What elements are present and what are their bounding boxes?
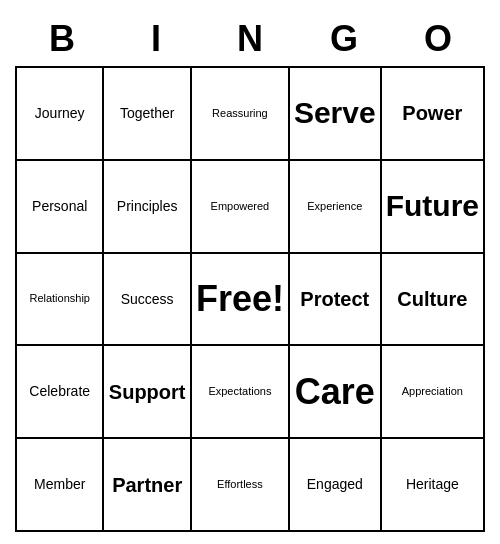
header-letter: O: [391, 12, 485, 66]
bingo-cell: Engaged: [290, 439, 382, 532]
bingo-cell: Success: [104, 254, 191, 347]
bingo-cell: Personal: [17, 161, 104, 254]
cell-text: Together: [120, 105, 174, 122]
bingo-cell: Principles: [104, 161, 191, 254]
cell-text: Principles: [117, 198, 178, 215]
cell-text: Experience: [307, 200, 362, 213]
cell-text: Relationship: [29, 292, 90, 305]
bingo-cell: Partner: [104, 439, 191, 532]
bingo-cell: Experience: [290, 161, 382, 254]
cell-text: Appreciation: [402, 385, 463, 398]
cell-text: Celebrate: [29, 383, 90, 400]
cell-text: Care: [295, 370, 375, 413]
header-letter: G: [297, 12, 391, 66]
header-letter: N: [203, 12, 297, 66]
cell-text: Culture: [397, 287, 467, 311]
cell-text: Engaged: [307, 476, 363, 493]
bingo-cell: Expectations: [192, 346, 290, 439]
bingo-cell: Effortless: [192, 439, 290, 532]
bingo-cell: Reassuring: [192, 68, 290, 161]
bingo-card: BINGO JourneyTogetherReassuringServePowe…: [15, 12, 485, 532]
bingo-cell: Future: [382, 161, 485, 254]
cell-text: Serve: [294, 95, 376, 131]
bingo-grid: JourneyTogetherReassuringServePowerPerso…: [15, 66, 485, 532]
bingo-cell: Journey: [17, 68, 104, 161]
bingo-cell: Care: [290, 346, 382, 439]
bingo-cell: Celebrate: [17, 346, 104, 439]
cell-text: Personal: [32, 198, 87, 215]
bingo-cell: Appreciation: [382, 346, 485, 439]
bingo-cell: Support: [104, 346, 191, 439]
cell-text: Future: [386, 188, 479, 224]
bingo-cell: Culture: [382, 254, 485, 347]
bingo-header: BINGO: [15, 12, 485, 66]
bingo-cell: Member: [17, 439, 104, 532]
cell-text: Heritage: [406, 476, 459, 493]
cell-text: Member: [34, 476, 85, 493]
bingo-cell: Protect: [290, 254, 382, 347]
cell-text: Protect: [300, 287, 369, 311]
bingo-cell: Together: [104, 68, 191, 161]
cell-text: Effortless: [217, 478, 263, 491]
bingo-cell: Power: [382, 68, 485, 161]
cell-text: Expectations: [208, 385, 271, 398]
cell-text: Success: [121, 291, 174, 308]
bingo-cell: Serve: [290, 68, 382, 161]
header-letter: I: [109, 12, 203, 66]
cell-text: Reassuring: [212, 107, 268, 120]
cell-text: Support: [109, 380, 186, 404]
bingo-cell: Free!: [192, 254, 290, 347]
bingo-cell: Empowered: [192, 161, 290, 254]
cell-text: Partner: [112, 473, 182, 497]
bingo-cell: Heritage: [382, 439, 485, 532]
bingo-cell: Relationship: [17, 254, 104, 347]
header-letter: B: [15, 12, 109, 66]
cell-text: Power: [402, 101, 462, 125]
cell-text: Journey: [35, 105, 85, 122]
cell-text: Empowered: [211, 200, 270, 213]
cell-text: Free!: [196, 277, 284, 320]
